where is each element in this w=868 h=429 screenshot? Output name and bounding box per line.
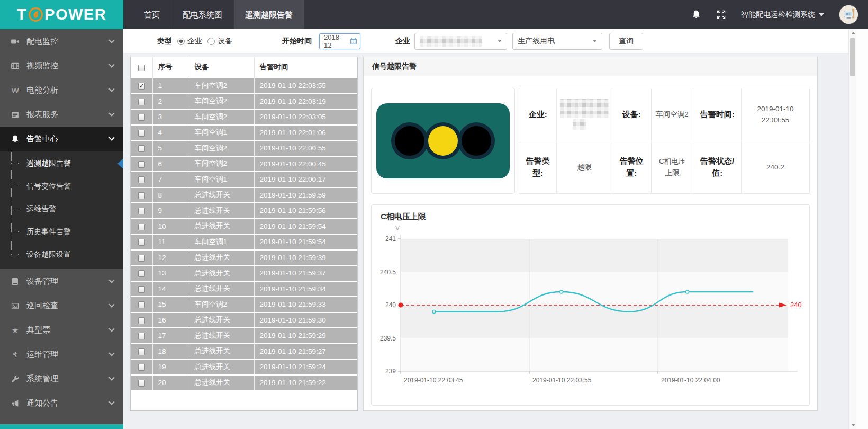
row-checkbox[interactable] — [138, 83, 145, 90]
table-row[interactable]: 16总进线开关2019-01-10 21:59:30 — [131, 312, 357, 328]
row-checkbox[interactable] — [138, 270, 145, 277]
y-tick-label: 240.5 — [380, 269, 396, 276]
detail-panel-title: 信号越限告警 — [364, 57, 817, 76]
sidebar-subitem[interactable]: 设备越限设置 — [0, 243, 123, 266]
row-time-cell: 2019-01-10 21:59:59 — [254, 187, 357, 203]
table-row[interactable]: 7车间空调12019-01-10 22:00:17 — [131, 172, 357, 187]
info-field-label-text: 企业: — [529, 109, 547, 121]
type-radio-option[interactable]: 设备 — [207, 37, 232, 46]
row-checkbox[interactable] — [138, 317, 145, 324]
calendar-icon[interactable] — [350, 38, 357, 45]
row-checkbox-cell — [131, 265, 152, 281]
table-row[interactable]: 8总进线开关2019-01-10 21:59:59 — [131, 187, 357, 203]
system-title-menu[interactable]: 智能配电运检检测系统 — [741, 10, 824, 20]
row-number-cell: 6 — [152, 156, 189, 172]
row-device-cell: 车间空调2 — [189, 94, 254, 110]
sidebar-item[interactable]: 配电监控 — [0, 29, 123, 53]
row-checkbox[interactable] — [138, 301, 145, 308]
type-radio[interactable] — [207, 38, 215, 45]
line-select[interactable]: 生产线用电 — [512, 33, 602, 50]
table-row[interactable]: 5车间空调22019-01-10 22:00:55 — [131, 140, 357, 156]
row-checkbox[interactable] — [138, 176, 145, 183]
scrollbar-down-arrow[interactable] — [849, 421, 857, 429]
table-row[interactable]: 20总进线开关2019-01-10 21:59:22 — [131, 375, 357, 391]
table-row[interactable]: 3车间空调22019-01-10 22:03:05 — [131, 109, 357, 125]
type-radio-option[interactable]: 企业 — [177, 37, 202, 46]
row-checkbox[interactable] — [138, 161, 145, 168]
row-number-cell: 5 — [152, 140, 189, 156]
row-device-cell: 车间空调2 — [189, 140, 254, 156]
row-checkbox[interactable] — [138, 192, 145, 199]
table-row[interactable]: 12总进线开关2019-01-10 21:59:39 — [131, 250, 357, 266]
table-row[interactable]: 2车间空调22019-01-10 22:03:19 — [131, 94, 357, 110]
table-row[interactable]: 19总进线开关2019-01-10 21:59:24 — [131, 359, 357, 375]
scrollbar-thumb[interactable] — [850, 38, 855, 76]
column-header: 设备 — [189, 57, 254, 78]
table-row[interactable]: 6车间空调22019-01-10 22:00:45 — [131, 156, 357, 172]
avatar[interactable] — [839, 5, 858, 24]
sidebar-subitem[interactable]: 运维告警 — [0, 198, 123, 220]
table-row[interactable]: 9总进线开关2019-01-10 21:59:56 — [131, 203, 357, 219]
table-row[interactable]: 1车间空调22019-01-10 22:03:55 — [131, 78, 357, 94]
row-checkbox[interactable] — [138, 224, 145, 230]
table-row[interactable]: 17总进线开关2019-01-10 21:59:29 — [131, 328, 357, 344]
table-row[interactable]: 13总进线开关2019-01-10 21:59:37 — [131, 265, 357, 281]
row-device-cell: 总进线开关 — [189, 250, 254, 266]
sidebar-subitem[interactable]: 遥测越限告警 — [0, 152, 123, 175]
row-device-cell: 总进线开关 — [189, 281, 254, 297]
row-checkbox[interactable] — [138, 380, 145, 387]
row-checkbox[interactable] — [138, 348, 145, 355]
info-field-value-text: 2019-01-10 22:03:55 — [746, 103, 805, 126]
sidebar-item[interactable]: ₹运维管理 — [0, 342, 123, 367]
sidebar-item[interactable]: ★典型票 — [0, 318, 123, 342]
row-checkbox[interactable] — [138, 364, 145, 371]
table-row[interactable]: 15车间空调22019-01-10 21:59:33 — [131, 297, 357, 312]
top-bar: T POWER 首页配电系统图遥测越限告警 智能配电运检检测系统 — [0, 0, 868, 29]
sidebar-item[interactable]: ₩电能分析 — [0, 78, 123, 102]
nav-tab[interactable]: 配电系统图 — [171, 0, 233, 29]
sidebar-item[interactable]: 设备管理 — [0, 269, 123, 293]
bell-icon — [11, 135, 20, 144]
row-checkbox[interactable] — [138, 239, 145, 246]
sidebar-item[interactable]: 报表服务 — [0, 102, 123, 127]
query-button[interactable]: 查询 — [609, 33, 643, 50]
brand-logo[interactable]: T POWER — [0, 0, 123, 29]
vertical-scrollbar[interactable] — [848, 29, 856, 429]
table-row[interactable]: 10总进线开关2019-01-10 21:59:54 — [131, 219, 357, 235]
table-row[interactable]: 4车间空调12019-01-10 22:01:06 — [131, 125, 357, 141]
scrollbar-up-arrow[interactable] — [849, 29, 857, 37]
row-checkbox-cell — [131, 140, 152, 156]
info-field-value: 越限 — [557, 141, 612, 194]
alarm-table-header-row: 序号设备告警时间 — [131, 57, 357, 78]
row-checkbox[interactable] — [138, 255, 145, 262]
nav-tab[interactable]: 遥测越限告警 — [233, 0, 304, 29]
row-checkbox[interactable] — [138, 99, 145, 105]
sidebar-subitem[interactable]: 历史事件告警 — [0, 220, 123, 243]
row-checkbox[interactable] — [138, 333, 145, 339]
sidebar-item[interactable]: 告警中心 — [0, 127, 123, 151]
row-checkbox[interactable] — [138, 208, 145, 215]
row-number-cell: 15 — [152, 297, 189, 312]
nav-tab[interactable]: 首页 — [133, 0, 171, 29]
sidebar-item[interactable]: 巡回检查 — [0, 293, 123, 318]
row-checkbox[interactable] — [138, 130, 145, 137]
sidebar-item[interactable]: 视频监控 — [0, 53, 123, 78]
row-device-cell: 总进线开关 — [189, 219, 254, 235]
sidebar-item[interactable]: 系统管理 — [0, 367, 123, 391]
row-checkbox-cell — [131, 109, 152, 125]
notification-bell-icon[interactable] — [691, 10, 701, 20]
type-radio[interactable] — [177, 38, 185, 45]
row-checkbox[interactable] — [138, 145, 145, 152]
row-checkbox[interactable] — [138, 286, 145, 293]
enterprise-select[interactable] — [414, 33, 507, 50]
table-row[interactable]: 18总进线开关2019-01-10 21:59:27 — [131, 344, 357, 360]
row-checkbox[interactable] — [138, 114, 145, 121]
enterprise-select-value-redacted — [420, 36, 482, 47]
table-row[interactable]: 14总进线开关2019-01-10 21:59:34 — [131, 281, 357, 297]
fullscreen-icon[interactable] — [716, 10, 726, 20]
sidebar-subitem[interactable]: 信号变位告警 — [0, 175, 123, 198]
select-all-checkbox[interactable] — [138, 65, 145, 72]
start-time-input[interactable]: 2018-12 — [319, 33, 360, 49]
sidebar-item[interactable]: 通知公告 — [0, 391, 123, 415]
table-row[interactable]: 11车间空调12019-01-10 21:59:54 — [131, 234, 357, 250]
